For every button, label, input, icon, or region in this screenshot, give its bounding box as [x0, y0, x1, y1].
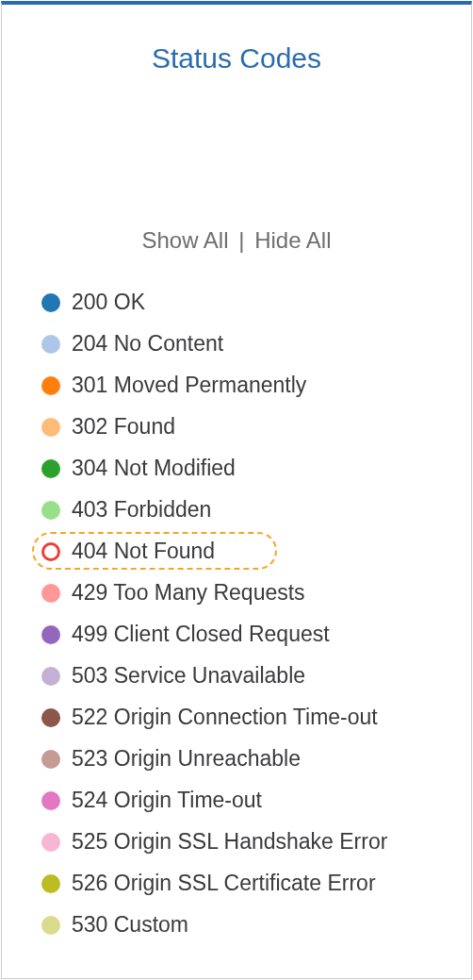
legend-item-304[interactable]: 304 Not Modified [41, 457, 471, 479]
hide-all-link[interactable]: Hide All [254, 227, 331, 253]
legend-label-302: 302 Found [72, 416, 175, 438]
legend-label-525: 525 Origin SSL Handshake Error [72, 831, 387, 853]
legend-swatch-524 [41, 791, 60, 810]
status-codes-panel: Status Codes Show All | Hide All 200 OK2… [1, 1, 472, 979]
legend-label-304: 304 Not Modified [72, 457, 236, 479]
legend-swatch-204 [41, 335, 60, 354]
legend-swatch-304 [41, 459, 60, 478]
legend-swatch-200 [41, 293, 60, 312]
legend-swatch-530 [41, 916, 60, 935]
legend-item-524[interactable]: 524 Origin Time-out [41, 789, 471, 811]
legend-swatch-301 [41, 376, 60, 395]
legend-label-526: 526 Origin SSL Certificate Error [72, 872, 376, 894]
legend-swatch-404 [41, 542, 60, 561]
legend-item-530[interactable]: 530 Custom [41, 914, 471, 936]
legend-swatch-429 [41, 584, 60, 603]
show-hide-controls: Show All | Hide All [2, 227, 471, 254]
legend-item-526[interactable]: 526 Origin SSL Certificate Error [41, 872, 471, 894]
legend-swatch-523 [41, 750, 60, 769]
legend-swatch-522 [41, 708, 60, 727]
legend-item-499[interactable]: 499 Client Closed Request [41, 623, 471, 645]
legend-swatch-503 [41, 667, 60, 686]
show-all-link[interactable]: Show All [141, 227, 228, 253]
legend-label-429: 429 Too Many Requests [72, 582, 305, 604]
panel-title: Status Codes [2, 5, 471, 75]
legend-swatch-403 [41, 501, 60, 520]
legend-item-522[interactable]: 522 Origin Connection Time-out [41, 706, 471, 728]
legend-item-301[interactable]: 301 Moved Permanently [41, 374, 471, 396]
legend-item-503[interactable]: 503 Service Unavailable [41, 665, 471, 687]
legend-swatch-526 [41, 874, 60, 893]
legend-item-404[interactable]: 404 Not Found [41, 540, 471, 562]
legend-label-499: 499 Client Closed Request [72, 623, 330, 645]
legend-item-200[interactable]: 200 OK [41, 291, 471, 313]
legend-label-301: 301 Moved Permanently [72, 374, 306, 396]
legend-label-522: 522 Origin Connection Time-out [72, 706, 378, 728]
legend-swatch-302 [41, 418, 60, 437]
legend-label-530: 530 Custom [72, 914, 188, 936]
legend-label-403: 403 Forbidden [72, 499, 211, 521]
legend-list: 200 OK204 No Content301 Moved Permanentl… [2, 291, 471, 936]
show-hide-separator: | [235, 227, 248, 253]
legend-item-523[interactable]: 523 Origin Unreachable [41, 748, 471, 770]
legend-item-429[interactable]: 429 Too Many Requests [41, 582, 471, 604]
legend-swatch-499 [41, 625, 60, 644]
legend-label-404: 404 Not Found [72, 540, 215, 562]
legend-label-204: 204 No Content [72, 333, 223, 355]
legend-label-524: 524 Origin Time-out [72, 789, 262, 811]
legend-label-523: 523 Origin Unreachable [72, 748, 301, 770]
legend-item-204[interactable]: 204 No Content [41, 333, 471, 355]
legend-item-525[interactable]: 525 Origin SSL Handshake Error [41, 831, 471, 853]
legend-label-503: 503 Service Unavailable [72, 665, 305, 687]
legend-item-403[interactable]: 403 Forbidden [41, 499, 471, 521]
legend-item-302[interactable]: 302 Found [41, 416, 471, 438]
legend-label-200: 200 OK [72, 291, 145, 313]
legend-swatch-525 [41, 833, 60, 852]
